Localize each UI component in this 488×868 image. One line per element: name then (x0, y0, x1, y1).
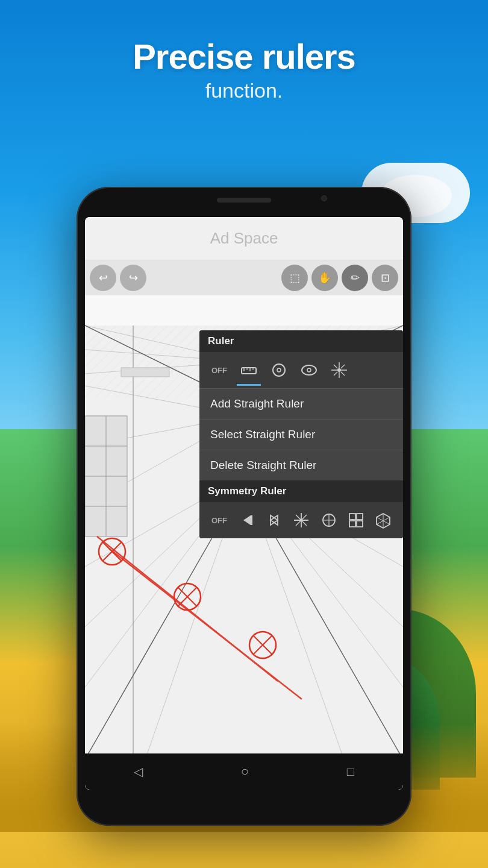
phone-camera (321, 195, 327, 201)
ad-space-banner: Ad Space (85, 217, 403, 260)
symmetry-arrow-icon[interactable] (236, 508, 258, 532)
circle-ruler-icon[interactable] (267, 358, 291, 382)
svg-point-52 (273, 364, 285, 376)
hand-icon: ✋ (318, 271, 331, 285)
ellipse-ruler-icon[interactable] (297, 358, 321, 382)
redo-icon: ↪ (129, 271, 138, 285)
symmetry-radial-icon[interactable] (290, 508, 313, 532)
svg-line-64 (334, 372, 337, 376)
add-straight-ruler-item[interactable]: Add Straight Ruler (199, 389, 403, 420)
select-icon: ⬚ (290, 271, 300, 285)
straight-ruler-icon[interactable] (237, 358, 261, 382)
svg-point-55 (307, 368, 311, 372)
undo-icon: ↩ (99, 271, 108, 285)
svg-marker-67 (271, 515, 278, 525)
phone-device: Ad Space ↩ ↪ ⬚ ✋ ✏ ⊡ (77, 187, 411, 826)
svg-marker-68 (271, 515, 278, 525)
ruler-off-label[interactable]: OFF (208, 363, 231, 377)
symmetry-flip-icon[interactable] (263, 508, 285, 532)
back-button[interactable]: ◁ (134, 764, 143, 779)
symmetry-grid-icon[interactable] (345, 508, 367, 532)
symmetry-off-label[interactable]: OFF (208, 514, 231, 527)
drawing-canvas[interactable]: Ruler OFF (85, 295, 403, 790)
svg-point-53 (277, 368, 281, 372)
svg-rect-66 (251, 515, 252, 525)
svg-rect-78 (349, 521, 355, 527)
svg-rect-77 (357, 514, 363, 520)
svg-line-61 (334, 365, 337, 368)
ad-space-label: Ad Space (210, 229, 278, 248)
home-button[interactable]: ○ (241, 764, 249, 779)
delete-straight-ruler-item[interactable]: Delete Straight Ruler (199, 450, 403, 480)
toolbar: ↩ ↪ ⬚ ✋ ✏ ⊡ (85, 260, 403, 295)
ruler-icons-row: OFF (199, 352, 403, 389)
hand-button[interactable]: ✋ (311, 265, 338, 291)
svg-point-54 (302, 365, 316, 375)
layers-icon: ⊡ (381, 271, 390, 285)
header: Precise rulers function. (0, 36, 488, 102)
symmetry-circle-icon[interactable] (318, 508, 340, 532)
phone-screen: Ad Space ↩ ↪ ⬚ ✋ ✏ ⊡ (85, 217, 403, 790)
symmetry-section-title: Symmetry Ruler (199, 480, 403, 502)
ruler-section-title: Ruler (199, 330, 403, 352)
ruler-dropdown-menu[interactable]: Ruler OFF (199, 330, 403, 538)
pencil-button[interactable]: ✏ (342, 265, 368, 291)
svg-rect-35 (121, 368, 169, 377)
symmetry-3d-icon[interactable] (372, 508, 395, 532)
header-title: Precise rulers (0, 36, 488, 77)
select-straight-ruler-item[interactable]: Select Straight Ruler (199, 420, 403, 450)
phone-speaker (217, 198, 271, 203)
redo-button[interactable]: ↪ (120, 265, 146, 291)
pencil-icon: ✏ (351, 271, 360, 285)
recents-button[interactable]: □ (347, 765, 354, 779)
select-button[interactable]: ⬚ (281, 265, 308, 291)
layers-button[interactable]: ⊡ (372, 265, 398, 291)
symmetry-icons-row: OFF (199, 502, 403, 538)
svg-marker-65 (243, 515, 251, 525)
svg-point-56 (337, 368, 341, 372)
header-subtitle: function. (0, 79, 488, 102)
svg-rect-79 (357, 521, 363, 527)
undo-button[interactable]: ↩ (90, 265, 116, 291)
svg-line-63 (341, 365, 345, 368)
svg-rect-76 (349, 514, 355, 520)
svg-line-62 (341, 372, 345, 376)
phone-nav-bar: ◁ ○ □ (85, 753, 403, 790)
radial-ruler-icon[interactable] (327, 358, 351, 382)
